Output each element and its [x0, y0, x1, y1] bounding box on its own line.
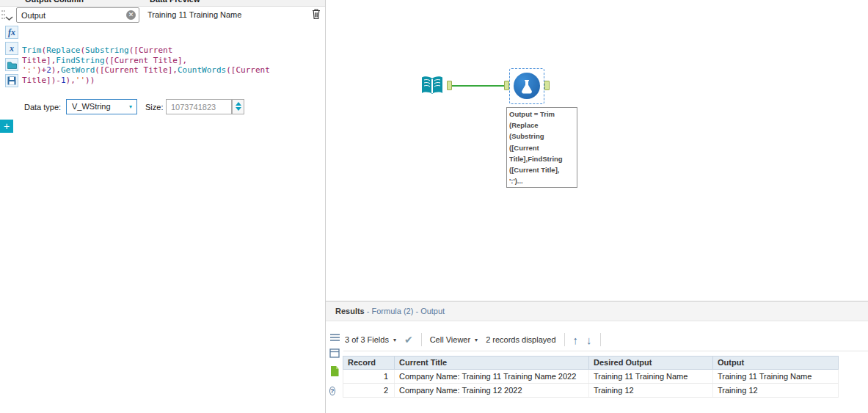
data-output-icon[interactable]: [329, 365, 340, 380]
table-cell[interactable]: Company Name: Training 12 2022: [395, 384, 589, 397]
column-header[interactable]: Record: [343, 357, 395, 369]
add-column-button[interactable]: +: [0, 120, 13, 133]
stepper-down-icon[interactable]: [236, 107, 241, 111]
alteryx-designer-window: Output Column Data Preview ✕ Training 11…: [0, 0, 868, 413]
clear-field-icon[interactable]: ✕: [126, 10, 136, 20]
config-list-icon[interactable]: [329, 332, 340, 345]
table-cell[interactable]: Training 11 Training Name: [713, 370, 838, 383]
record-number-cell[interactable]: 2: [343, 384, 395, 397]
size-label: Size:: [145, 103, 163, 112]
results-title: Results: [335, 307, 365, 315]
column-header[interactable]: Output: [713, 357, 838, 369]
toolbar-separator: [421, 333, 422, 346]
records-displayed-label: 2 records displayed: [486, 335, 555, 344]
delete-expression-icon[interactable]: [311, 8, 321, 23]
toolbar-separator: [600, 333, 601, 346]
size-stepper[interactable]: [232, 99, 244, 114]
table-cell[interactable]: Training 11 Training Name: [589, 370, 713, 383]
output-column-header: Output Column: [25, 0, 84, 4]
table-row[interactable]: 2Company Name: Training 12 2022Training …: [343, 384, 839, 398]
toolbar-underline: [343, 351, 868, 351]
datatype-label: Data type:: [24, 103, 61, 112]
dropdown-caret-icon: ▾: [475, 337, 478, 343]
stepper-up-icon[interactable]: [236, 102, 241, 106]
datatype-value: V_WString: [72, 102, 111, 111]
chevron-down-icon[interactable]: [4, 11, 14, 24]
dropdown-caret-icon: ▾: [129, 100, 132, 114]
down-arrow-icon[interactable]: ↓: [586, 335, 592, 346]
input-tool-output-anchor[interactable]: [447, 81, 452, 90]
cell-viewer-dropdown[interactable]: Cell Viewer ▾: [430, 335, 478, 344]
formula-tool-input-anchor[interactable]: [504, 81, 509, 90]
table-cell[interactable]: Training 12: [713, 384, 838, 397]
results-header: Results - Formula (2) - Output: [326, 301, 868, 321]
workflow-canvas[interactable]: Output = Trim(Replace(Substring([Current…: [326, 0, 868, 301]
formula-editor[interactable]: Trim(Replace(Substring([CurrentTitle],Fi…: [22, 26, 323, 99]
annotation-text: Output = Trim(Replace(Substring([Current…: [509, 109, 575, 186]
results-toolbar: 3 of 3 Fields ▾ ✔ Cell Viewer ▾ 2 record…: [345, 329, 601, 351]
tool-annotation[interactable]: Output = Trim(Replace(Substring([Current…: [506, 107, 577, 188]
formula-tool-selection[interactable]: [509, 68, 544, 104]
config-columns-header: Output Column Data Preview: [0, 0, 325, 7]
results-table-body: 1Company Name: Training 11 Training Name…: [343, 370, 839, 398]
layout-pane-icon[interactable]: [329, 348, 340, 361]
column-header[interactable]: Current Title: [395, 357, 589, 369]
results-subtitle: - Formula (2) - Output: [365, 307, 445, 315]
variables-icon[interactable]: x: [5, 42, 18, 55]
datatype-select[interactable]: V_WString ▾: [66, 99, 137, 114]
data-preview-header: Data Preview: [150, 0, 200, 4]
record-number-cell[interactable]: 1: [343, 370, 395, 383]
output-name-input[interactable]: [17, 8, 125, 21]
formula-tool-output-anchor[interactable]: [544, 81, 550, 90]
column-header[interactable]: Desired Output: [589, 357, 713, 369]
table-cell[interactable]: Company Name: Training 11 Training Name …: [395, 370, 589, 383]
input-data-tool[interactable]: [419, 73, 445, 99]
results-panel: Results - Formula (2) - Output ? 3 of 3 …: [326, 301, 868, 413]
constants-folder-icon[interactable]: [5, 58, 18, 71]
up-arrow-icon[interactable]: ↑: [573, 335, 579, 346]
toolbar-separator: [564, 333, 565, 346]
output-column-field[interactable]: ✕: [16, 7, 139, 23]
connection-wire[interactable]: [452, 85, 505, 87]
help-icon[interactable]: ?: [329, 383, 335, 396]
table-cell[interactable]: Training 12: [589, 384, 713, 397]
results-table: RecordCurrent TitleDesired OutputOutput …: [343, 356, 839, 398]
save-expression-icon[interactable]: [5, 74, 18, 87]
dropdown-caret-icon: ▾: [393, 337, 396, 343]
size-input[interactable]: [166, 99, 232, 114]
apply-check-icon[interactable]: ✔: [404, 334, 413, 346]
table-row[interactable]: 1Company Name: Training 11 Training Name…: [343, 370, 839, 384]
formula-text: Trim(Replace(Substring([CurrentTitle],Fi…: [22, 45, 323, 85]
flask-icon: [519, 78, 535, 94]
formula-tool[interactable]: [514, 73, 540, 99]
fields-dropdown[interactable]: 3 of 3 Fields ▾: [345, 335, 396, 344]
data-preview-value: Training 11 Training Name: [147, 10, 241, 19]
results-header-row: RecordCurrent TitleDesired OutputOutput: [343, 356, 839, 370]
functions-icon[interactable]: fx: [5, 26, 18, 39]
